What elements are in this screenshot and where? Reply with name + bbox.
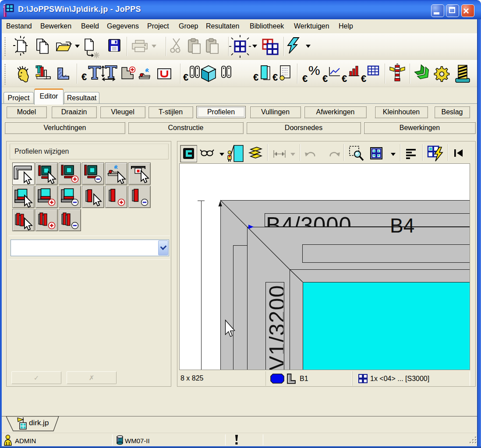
- svg-text:€: €: [342, 73, 347, 84]
- svg-text:€: €: [81, 71, 87, 82]
- svg-text:B4: B4: [390, 214, 414, 237]
- svg-text:€: €: [361, 73, 366, 84]
- svg-text:€: €: [302, 73, 308, 84]
- svg-text:€: €: [253, 72, 258, 83]
- svg-text:%: %: [308, 63, 320, 78]
- svg-text:€: €: [272, 72, 278, 83]
- svg-text:€: €: [322, 73, 328, 84]
- svg-text:€: €: [183, 72, 188, 83]
